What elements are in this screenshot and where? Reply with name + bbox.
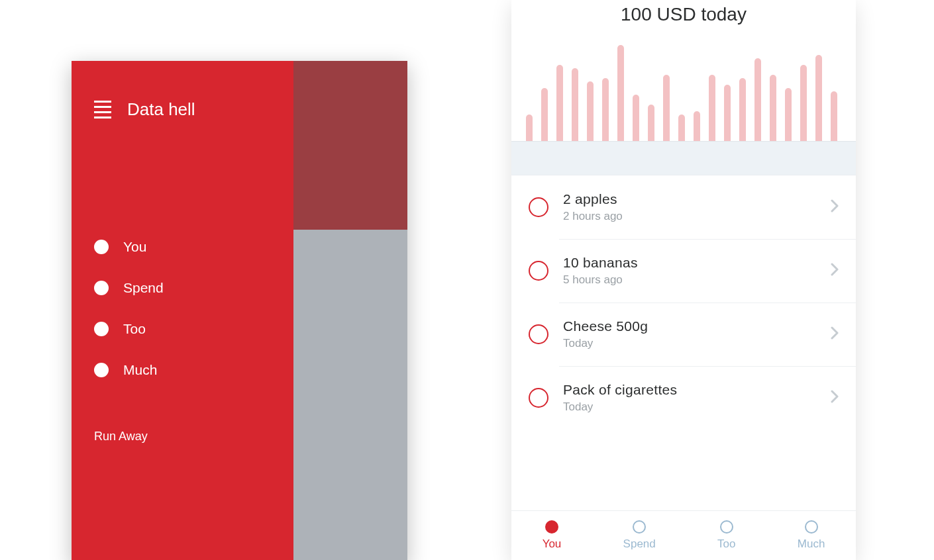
chevron-right-icon xyxy=(831,326,839,342)
transaction-list: 2 apples2 hours ago10 bananas5 hours ago… xyxy=(511,175,856,510)
chart-bar xyxy=(724,85,731,141)
chart-bar xyxy=(633,95,639,141)
tab-indicator-icon xyxy=(805,520,818,534)
drawer-footer-link[interactable]: Run Away xyxy=(94,430,271,443)
bullet-icon xyxy=(94,281,109,295)
chart-bar xyxy=(800,65,807,141)
list-item-texts: 10 bananas5 hours ago xyxy=(563,255,831,287)
chart-bar xyxy=(602,78,609,141)
drawer-item-spend[interactable]: Spend xyxy=(94,280,271,296)
list-item-subtitle: Today xyxy=(563,400,831,414)
drawer-item-label: Much xyxy=(123,362,157,378)
drawer-item-you[interactable]: You xyxy=(94,239,271,255)
tab-label: Spend xyxy=(623,537,656,551)
chevron-right-icon xyxy=(831,199,839,215)
tab-indicator-icon xyxy=(633,520,646,534)
drawer-item-label: Spend xyxy=(123,280,164,296)
chart-bar xyxy=(739,78,746,141)
tab-label: Much xyxy=(798,537,825,551)
category-circle-icon xyxy=(529,388,548,408)
summary-title: 100 USD today xyxy=(511,4,856,25)
chart-bar xyxy=(572,68,578,141)
section-divider xyxy=(511,141,856,175)
chart-bar xyxy=(526,115,533,141)
drawer-item-label: You xyxy=(123,239,146,255)
chart-bar xyxy=(617,45,624,141)
chart-bar xyxy=(831,91,837,141)
left-phone-mock: Data hell YouSpendTooMuch Run Away xyxy=(72,61,407,560)
list-item-title: Pack of cigarettes xyxy=(563,382,831,398)
list-item-title: 2 apples xyxy=(563,191,831,207)
right-phone-mock: 100 USD today 2 apples2 hours ago10 bana… xyxy=(511,0,856,560)
tab-spend[interactable]: Spend xyxy=(623,520,656,551)
tab-indicator-icon xyxy=(545,520,558,534)
chevron-right-icon xyxy=(831,263,839,279)
list-item[interactable]: Cheese 500gToday xyxy=(511,303,856,366)
chart-bar xyxy=(587,81,594,141)
drawer-list: YouSpendTooMuch xyxy=(94,239,271,378)
chart-bar xyxy=(709,75,715,141)
drawer-item-label: Too xyxy=(123,321,146,337)
chevron-right-icon xyxy=(831,390,839,406)
tab-you[interactable]: You xyxy=(543,520,562,551)
chart-bar xyxy=(648,105,654,141)
list-item-subtitle: Today xyxy=(563,337,831,350)
chart-bar xyxy=(785,88,792,141)
drawer-title: Data hell xyxy=(127,99,195,120)
chart-bar xyxy=(754,58,761,141)
chart-bar xyxy=(815,55,822,141)
category-circle-icon xyxy=(529,324,548,344)
chart-bar xyxy=(694,111,700,141)
tab-much[interactable]: Much xyxy=(798,520,825,551)
list-item-texts: Cheese 500gToday xyxy=(563,318,831,350)
list-item[interactable]: 10 bananas5 hours ago xyxy=(511,239,856,303)
chart-bar xyxy=(541,88,548,141)
bottom-tab-bar: YouSpendTooMuch xyxy=(511,510,856,560)
list-item-subtitle: 2 hours ago xyxy=(563,210,831,223)
drawer-item-too[interactable]: Too xyxy=(94,321,271,337)
nav-drawer: Data hell YouSpendTooMuch Run Away xyxy=(72,61,293,560)
drawer-item-much[interactable]: Much xyxy=(94,362,271,378)
tab-indicator-icon xyxy=(720,520,733,534)
spending-chart xyxy=(511,25,856,141)
bullet-icon xyxy=(94,363,109,377)
list-item[interactable]: 2 apples2 hours ago xyxy=(511,175,856,239)
chart-bar xyxy=(770,75,776,141)
list-item-title: 10 bananas xyxy=(563,255,831,271)
chart-bar xyxy=(663,75,670,141)
bullet-icon xyxy=(94,322,109,336)
category-circle-icon xyxy=(529,197,548,217)
list-item-texts: 2 apples2 hours ago xyxy=(563,191,831,223)
tab-label: Too xyxy=(717,537,735,551)
list-item-subtitle: 5 hours ago xyxy=(563,273,831,287)
tab-too[interactable]: Too xyxy=(717,520,735,551)
bullet-icon xyxy=(94,240,109,254)
category-circle-icon xyxy=(529,261,548,281)
hamburger-icon[interactable] xyxy=(94,101,111,118)
tab-label: You xyxy=(543,537,562,551)
list-item[interactable]: Pack of cigarettesToday xyxy=(511,366,856,430)
chart-bar xyxy=(678,115,685,141)
list-item-texts: Pack of cigarettesToday xyxy=(563,382,831,414)
list-item-title: Cheese 500g xyxy=(563,318,831,334)
chart-bar xyxy=(556,65,563,141)
